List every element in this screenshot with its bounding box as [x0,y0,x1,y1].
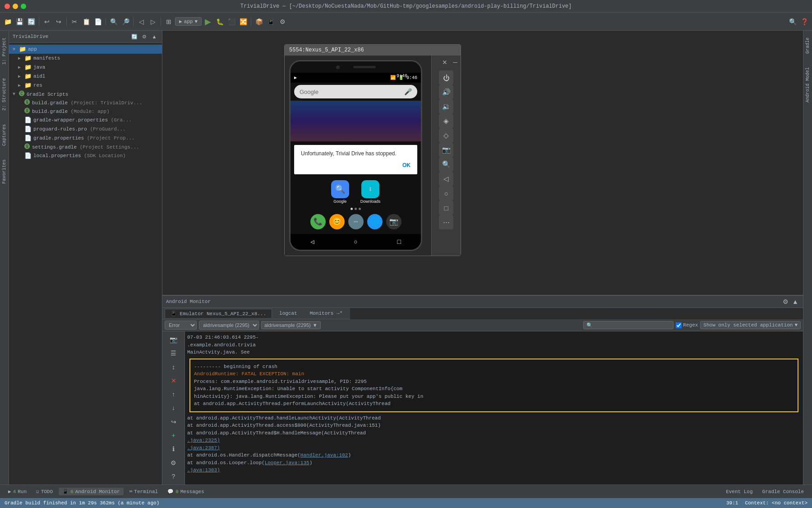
app-browser-icon[interactable]: 🌐 [367,214,383,229]
tree-item-gradle-scripts[interactable]: ▼ 🅒 Gradle Scripts [9,90,162,98]
app-smiley-icon[interactable]: 😊 [329,214,345,229]
tab-messages[interactable]: 💬 0 Messages [164,488,208,495]
tab-todo[interactable]: ☑ TODO [32,488,56,495]
monitor-settings[interactable]: ⚙ [781,298,789,306]
log-expand-icon-btn[interactable]: + [167,429,180,441]
coverage-button[interactable]: 🔀 [238,16,249,27]
tree-item-manifests[interactable]: ▶ 📁 manifests [9,54,162,63]
ctrl-more-button[interactable]: ⋯ [439,215,453,229]
app-selector[interactable]: ▶ app ▼ [175,17,202,26]
regex-checkbox[interactable] [676,322,682,328]
tree-item-aidl[interactable]: ▶ 📁 aidl [9,72,162,81]
looper-link[interactable]: Looper.java:135 [265,460,309,466]
log-level-select[interactable]: Verbose Debug Info Warn Error [165,321,197,330]
app-downloads-icon[interactable]: ⬇ [361,180,379,198]
settings-button[interactable]: ⚙ [277,16,288,27]
dialog-ok-button[interactable]: OK [402,162,411,168]
process-dropdown[interactable]: aldrivesample (2295) ▼ [261,321,321,329]
search-everywhere[interactable]: 🔍 [787,16,798,27]
stop-button[interactable]: ⬛ [226,16,237,27]
tree-item-res[interactable]: ▶ 📁 res [9,81,162,90]
toolbar-btn-structure[interactable]: ⊞ [163,16,174,27]
nav-recent-icon[interactable]: □ [397,238,401,246]
maximize-button[interactable] [21,4,26,9]
sidebar-tab-structure[interactable]: 2: Structure [2,71,7,117]
run-button[interactable]: ▶ [203,16,213,27]
nav-home-icon[interactable]: ○ [354,238,357,246]
toolbar-btn-replace[interactable]: 🔎 [120,16,131,27]
app-phone-icon[interactable]: 📞 [310,214,326,229]
sdk-manager[interactable]: 📦 [254,16,264,27]
sidebar-tab-gradle[interactable]: Gradle [805,31,810,61]
help-button[interactable]: ❓ [799,16,810,27]
ctrl-vol-up-button[interactable]: 🔊 [439,85,453,99]
tab-device[interactable]: 📱 Emulator Nexus_5_API_22_x8... [165,309,272,318]
minimize-button[interactable] [13,4,18,9]
sidebar-tab-favorites[interactable]: Favorites [2,153,7,191]
log-info-icon-btn[interactable]: ℹ [167,443,180,455]
project-settings[interactable]: ⚙ [140,33,148,41]
tree-item-root[interactable]: ▼ 📁 app [9,45,162,54]
ctrl-power-button[interactable]: ⏻ [439,70,453,85]
toolbar-btn-cut[interactable]: ✂ [69,16,80,27]
tree-item-local-properties[interactable]: 📄 local.properties (SDK Location) [9,151,162,160]
tree-item-build-gradle-project[interactable]: 🅖 build.gradle (Project: TrivialDriv... [9,98,162,107]
tree-item-settings-gradle[interactable]: 🅖 settings.gradle (Project Settings... [9,143,162,151]
ctrl-square-button[interactable]: □ [439,200,453,215]
tree-item-gradle-wrapper[interactable]: 📄 gradle-wrapper.properties (Gra... [9,116,162,125]
log-scroll-icon-btn[interactable]: ↕ [167,361,180,373]
sidebar-tab-captures[interactable]: Captures [2,117,7,153]
tab-terminal[interactable]: ⌨ Terminal [126,488,161,495]
log-down-icon-btn[interactable]: ↓ [167,402,180,414]
monitor-collapse[interactable]: ▲ [791,298,799,306]
handler-link[interactable]: Handler.java:102 [300,452,348,458]
ctrl-home-button[interactable]: ○ [439,186,453,200]
ctrl-screenshot-button[interactable]: 📷 [439,143,453,157]
toolbar-btn-paste[interactable]: 📄 [92,16,103,27]
log-search-input[interactable] [583,321,674,329]
debug-button[interactable]: 🐛 [214,16,225,27]
close-button[interactable] [5,4,10,9]
toolbar-btn-search[interactable]: 🔍 [108,16,119,27]
log-wrap-icon-btn[interactable]: ↪ [167,416,180,428]
project-sync[interactable]: 🔄 [130,33,138,41]
process-select[interactable]: aldrivesample (2295) [199,321,259,330]
ctrl-vol-down-button[interactable]: 🔉 [439,99,453,114]
tab-event-log[interactable]: Event Log [722,488,756,495]
log-filter-icon-btn[interactable]: ☰ [167,347,180,359]
show-filter-dropdown[interactable]: Show only selected application ▼ [700,321,801,329]
phone-searchbar[interactable]: Google 🎤 [294,85,417,98]
toolbar-btn-forward[interactable]: ▷ [148,16,158,27]
log-help-icon-btn[interactable]: ? [167,471,180,482]
tree-item-proguard[interactable]: 📄 proguard-rules.pro (ProGuard... [9,125,162,134]
project-collapse[interactable]: ▲ [150,33,158,41]
tree-item-gradle-properties[interactable]: 📄 gradle.properties (Project Prop... [9,134,162,143]
toolbar-btn-back[interactable]: ◁ [136,16,147,27]
tree-item-build-gradle-app[interactable]: 🅖 build.gradle (Module: app) [9,107,162,116]
toolbar-btn-file[interactable]: 📁 [2,16,13,27]
toolbar-btn-redo[interactable]: ↪ [53,16,64,27]
app-google-icon[interactable]: 🔍 [331,180,349,198]
log-camera-icon-btn[interactable]: 📷 [167,334,180,345]
log-settings-icon-btn[interactable]: ⚙ [167,457,180,468]
sidebar-tab-project[interactable]: 1: Project [2,31,7,71]
tab-gradle-console[interactable]: Gradle Console [759,488,807,495]
emu-minimize-button[interactable]: ─ [452,58,458,67]
app-grid-icon[interactable]: ⋯ [348,214,364,229]
toolbar-btn-copy[interactable]: 📋 [81,16,92,27]
nav-back-icon[interactable]: ◁ [310,238,314,246]
tab-monitors[interactable]: Monitors →* [304,309,348,317]
emu-close-button[interactable]: ✕ [441,58,448,67]
toolbar-btn-save[interactable]: 💾 [14,16,25,27]
ctrl-rotate-left-button[interactable]: ◈ [439,114,453,128]
avd-manager[interactable]: 📱 [265,16,276,27]
tree-item-java[interactable]: ▶ 📁 java [9,63,162,72]
tab-logcat[interactable]: logcat [274,309,303,317]
ctrl-rotate-right-button[interactable]: ◇ [439,128,453,143]
ctrl-zoom-button[interactable]: 🔍 [439,157,453,172]
sidebar-tab-android-model[interactable]: Android Model [805,61,810,109]
log-up-icon-btn[interactable]: ↑ [167,388,180,400]
log-clear-icon-btn[interactable]: ✕ [167,375,180,387]
toolbar-btn-undo[interactable]: ↩ [42,16,52,27]
ctrl-back-button[interactable]: ◁ [439,172,453,186]
